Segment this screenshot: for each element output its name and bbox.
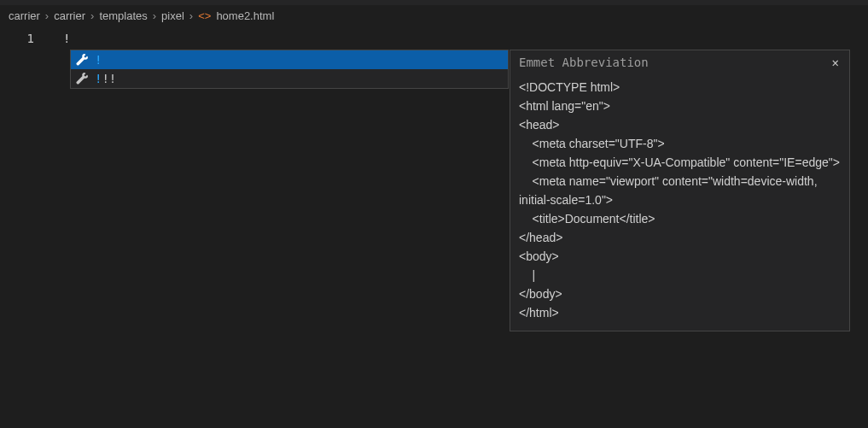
suggest-item[interactable]: ! xyxy=(71,50,508,69)
line-number: 1 xyxy=(0,29,34,48)
chevron-right-icon: › xyxy=(90,9,94,22)
breadcrumb-item[interactable]: carrier xyxy=(54,9,85,22)
suggest-label: !!! xyxy=(95,72,116,85)
documentation-widget: Emmet Abbreviation ✕ <!DOCTYPE html> <ht… xyxy=(510,50,850,331)
chevron-right-icon: › xyxy=(45,9,49,22)
breadcrumb-item[interactable]: carrier xyxy=(9,9,40,22)
close-icon[interactable]: ✕ xyxy=(830,56,841,69)
gutter: 1 xyxy=(0,26,50,48)
editor-area[interactable]: 1 ! ! !!! Emmet Abbreviation ✕ <!DOCTYPE… xyxy=(0,26,868,428)
chevron-right-icon: › xyxy=(189,9,193,22)
suggest-label: ! xyxy=(95,53,102,67)
documentation-body: <!DOCTYPE html> <html lang="en"> <head> … xyxy=(510,74,849,331)
chevron-right-icon: › xyxy=(153,9,156,22)
suggest-widget[interactable]: ! !!! xyxy=(70,50,509,89)
code-line[interactable]: ! xyxy=(63,29,70,48)
documentation-header: Emmet Abbreviation ✕ xyxy=(510,50,849,74)
breadcrumb-item[interactable]: pixel xyxy=(161,9,184,22)
documentation-title: Emmet Abbreviation xyxy=(519,56,649,69)
suggest-item[interactable]: !!! xyxy=(71,69,508,88)
breadcrumb[interactable]: carrier › carrier › templates › pixel › … xyxy=(0,5,868,26)
breadcrumb-filename[interactable]: home2.html xyxy=(216,9,274,22)
breadcrumb-item[interactable]: templates xyxy=(99,9,147,22)
wrench-icon xyxy=(74,54,90,66)
wrench-icon xyxy=(74,73,90,85)
html-file-icon: <> xyxy=(198,9,211,22)
